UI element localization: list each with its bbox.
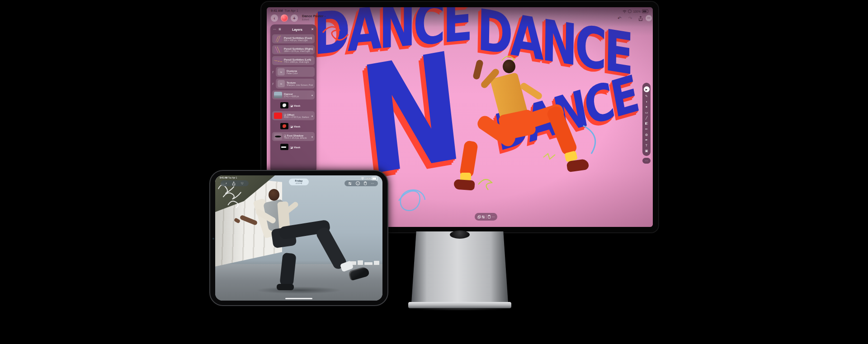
- mask-icon: ◪: [290, 125, 293, 128]
- info-button[interactable]: i: [356, 181, 360, 185]
- share-icon: [638, 16, 643, 21]
- layer-name: ❏Offset: [284, 113, 310, 116]
- chevron-down-icon[interactable]: ▾: [311, 135, 313, 138]
- layer-meta: False Color: [287, 72, 313, 75]
- panel-list-icon[interactable]: ≣: [278, 28, 281, 31]
- figure-shin: [279, 253, 296, 287]
- back-button[interactable]: ‹: [271, 14, 278, 22]
- figure-forearm: [240, 215, 258, 226]
- tool-transform[interactable]: ▶: [644, 86, 650, 92]
- layer-row[interactable]: ❏Offset 4308 × 2736.5 px, Darken ▾: [272, 111, 315, 120]
- chevron-down-icon[interactable]: ▾: [311, 94, 313, 97]
- more-button[interactable]: ⋯: [646, 15, 652, 21]
- duplicate-icon[interactable]: [477, 215, 481, 219]
- display-time: 9:41 AM: [271, 9, 283, 12]
- ipad-time: 9:41 AM: [220, 177, 227, 179]
- tool-marquee[interactable]: ▭: [645, 111, 648, 114]
- more-icon: ⋯: [647, 16, 651, 20]
- display-status-left: 9:41 AMTue Apr 1: [271, 9, 298, 12]
- effects-indicator-icon: ƒ: [272, 82, 274, 85]
- home-indicator[interactable]: [285, 298, 312, 299]
- more-icon[interactable]: ⋯: [491, 215, 495, 218]
- layer-row[interactable]: ❏Foot Shadow 754.6 × 25.3 px, Effects ▾: [272, 132, 315, 141]
- layer-thumbnail: [274, 36, 282, 42]
- tool-retouch[interactable]: ✏: [645, 127, 648, 131]
- chevron-down-icon[interactable]: ▾: [311, 114, 313, 118]
- layer-name: ❏Foot Shadow: [284, 134, 310, 137]
- undo-button[interactable]: ↶: [618, 16, 621, 21]
- document-title-block[interactable]: Dance Poster ▾ Edited: [302, 14, 326, 21]
- app-logo-button[interactable]: [281, 14, 288, 22]
- ipad-date: Tue Apr 1: [228, 177, 237, 179]
- more-icon: ⋯: [645, 159, 648, 163]
- photo-date-time: 4:23 PM: [289, 183, 309, 184]
- mask-thumbnail: [280, 123, 288, 129]
- tool-eraser[interactable]: ◧: [645, 122, 648, 125]
- share-button[interactable]: [638, 16, 643, 21]
- layer-meta: 770 × 1695 px, Vivid Light: [284, 61, 313, 63]
- tool-crop[interactable]: ▣: [645, 149, 648, 152]
- layer-row[interactable]: Dancer 2741 × 4108 px ▾: [272, 90, 315, 99]
- favorite-button[interactable]: ♡: [241, 182, 243, 185]
- more-button[interactable]: ⋯: [371, 182, 374, 185]
- page-background: { "colors":{"canvas_pink":"#f7a6d4","pos…: [0, 0, 868, 344]
- mask-layer-row[interactable]: ◪Mask: [278, 122, 315, 130]
- title-chevron-icon: ▾: [325, 15, 326, 18]
- tool-pen[interactable]: ✒: [645, 138, 648, 141]
- display-date: Tue Apr 1: [285, 9, 298, 12]
- layer-row[interactable]: ƒ ≈ Texture Sharpen, Line Screen, Post…: [276, 79, 315, 89]
- display-stand-shadow: [408, 308, 511, 311]
- tool-smudge[interactable]: ◖: [646, 100, 647, 103]
- layer-row[interactable]: ƒ ≈ Duotone False Color: [276, 67, 315, 77]
- photo-date-pill[interactable]: Friday 4:23 PM: [289, 179, 309, 185]
- layer-name: Dancer: [284, 92, 310, 95]
- adjust-button[interactable]: [348, 182, 352, 185]
- layer-meta: 2741 × 4108 px: [284, 95, 310, 98]
- photo-dancer-figure: [215, 175, 382, 301]
- adjust-icon[interactable]: [481, 215, 485, 219]
- mask-layer-row[interactable]: ◪Mask: [278, 101, 315, 109]
- wifi-icon: [361, 177, 364, 180]
- layer-name: Pencil Scribbles (Left): [284, 58, 313, 61]
- layer-name: Mask: [294, 146, 301, 149]
- layer-thumbnail: ≈: [278, 80, 285, 87]
- layer-name: Mask: [294, 125, 301, 128]
- layers-panel-title: Layers: [283, 28, 311, 31]
- trash-button[interactable]: [363, 181, 367, 185]
- share-button[interactable]: [232, 181, 236, 186]
- rotation-lock-icon: [628, 9, 632, 13]
- tool-brush[interactable]: ✎: [645, 94, 648, 98]
- layer-meta: 4308 × 2736.5 px, Darken: [284, 116, 310, 118]
- tools-more-button[interactable]: ⋯: [642, 158, 651, 164]
- mask-layer-row[interactable]: ◪Mask: [278, 143, 315, 151]
- layer-row[interactable]: Pencil Scribbles (Right) 1864 × 1178 px,…: [272, 45, 315, 54]
- add-button[interactable]: +: [291, 14, 298, 22]
- bottom-action-bar: ⋯: [475, 213, 497, 221]
- effects-indicator-icon: ƒ: [272, 71, 274, 73]
- layer-meta: 754.6 × 25.3 px, Effects: [284, 137, 310, 139]
- tool-draw[interactable]: ╱: [646, 116, 647, 119]
- close-icon[interactable]: ✕: [311, 28, 314, 31]
- layer-row[interactable]: Pencil Scribbles (Left) 770 × 1695 px, V…: [272, 56, 315, 65]
- tool-strip: ▶ ✎ ◖ ✦ ▭ ╱ ◧ ✏ ◍ ✒ T ▣: [642, 83, 651, 156]
- layer-thumbnail: [274, 92, 282, 98]
- redo-button[interactable]: ↷: [628, 16, 632, 21]
- tool-type[interactable]: T: [646, 144, 647, 147]
- layer-thumbnail: [274, 133, 282, 140]
- layers-panel-header: ⋯ ≣ Layers ✕: [272, 26, 315, 33]
- ipad-bezel: 9:41 AM Tue Apr 1 100% ‹ ♡ Friday 4:23 P…: [209, 170, 388, 306]
- layer-row[interactable]: Pencil Scribbles (Foot) 836 × 409 px, Vi…: [272, 34, 315, 43]
- mask-icon: ◪: [290, 104, 293, 107]
- ipad-nav-pill: ‹ ♡: [221, 180, 249, 186]
- trash-icon[interactable]: [487, 215, 491, 219]
- layer-meta: Sharpen, Line Screen, Post…: [287, 84, 313, 86]
- wifi-icon: [623, 10, 627, 13]
- tool-color[interactable]: ◍: [645, 133, 648, 136]
- panel-menu-icon[interactable]: ⋯: [273, 28, 276, 31]
- back-button[interactable]: ‹: [226, 182, 226, 185]
- back-icon: ‹: [274, 16, 275, 21]
- tool-magic[interactable]: ✦: [645, 105, 648, 108]
- display-battery-percent: 100%: [633, 10, 641, 13]
- mask-thumbnail: [280, 102, 288, 108]
- mask-thumbnail: [280, 144, 288, 150]
